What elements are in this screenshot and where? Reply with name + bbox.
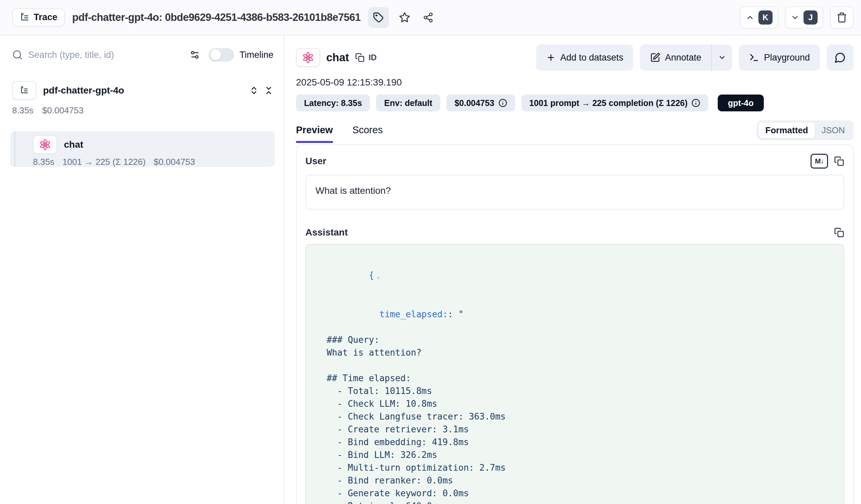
tag-icon — [373, 12, 384, 23]
openai-generation-icon — [296, 48, 320, 67]
user-section-title: User — [305, 156, 326, 166]
format-toggle: Formatted JSON — [757, 121, 853, 140]
shortcut-key-j: J — [804, 11, 818, 25]
tag-button[interactable] — [368, 7, 389, 28]
openai-generation-icon — [33, 135, 57, 154]
json-open-brace: { — [369, 270, 374, 280]
model-badge: gpt-4o — [718, 95, 764, 111]
trace-type-badge: Trace — [12, 8, 65, 27]
info-icon[interactable] — [498, 99, 507, 107]
share-icon — [423, 12, 434, 23]
observation-item-chat[interactable]: chat 8.35s 1001 → 225 (Σ 1226) $0.004753 — [10, 131, 275, 167]
markdown-toggle-icon[interactable]: M↓ — [810, 154, 828, 168]
search-input[interactable] — [28, 50, 184, 60]
annotate-dropdown-button[interactable] — [711, 44, 732, 71]
trace-name: pdf-chatter-gpt-4o — [43, 85, 124, 96]
json-key: time_elapsed: — [379, 309, 448, 319]
trash-icon — [836, 12, 847, 23]
latency-badge: Latency: 8.35s — [296, 95, 370, 111]
playground-button[interactable]: Playground — [739, 44, 820, 71]
next-trace-button[interactable]: J — [785, 6, 823, 29]
chevron-down-icon — [791, 13, 800, 22]
annotate-pen-icon — [650, 53, 660, 63]
search-icon — [12, 50, 23, 60]
assistant-section-title: Assistant — [305, 227, 348, 238]
share-button[interactable] — [418, 7, 439, 28]
assistant-text-content: ### Query:What is attention?## Time elap… — [316, 333, 833, 504]
collapse-json-icon[interactable]: ⌄ — [376, 272, 380, 280]
expand-all-button[interactable] — [249, 86, 259, 95]
format-option-formatted[interactable]: Formatted — [759, 122, 815, 138]
app-header: Trace pdf-chatter-gpt-4o: 0bde9629-4251-… — [0, 0, 861, 35]
copy-icon — [834, 228, 844, 237]
environment-badge: Env: default — [376, 95, 440, 111]
observation-name: chat — [64, 139, 83, 150]
terminal-icon — [749, 53, 759, 63]
prev-trace-button[interactable]: K — [740, 6, 778, 29]
chat-bubble-icon — [834, 52, 846, 63]
page-title: pdf-chatter-gpt-4o: 0bde9629-4251-4386-b… — [72, 11, 361, 24]
assistant-json-viewer: {⌄ time_elapsed:: " ### Query:What is at… — [305, 244, 844, 504]
timeline-toggle[interactable] — [208, 48, 234, 62]
copy-assistant-button[interactable] — [834, 228, 844, 237]
user-message: What is attention? — [305, 175, 844, 209]
format-option-json[interactable]: JSON — [815, 122, 851, 138]
delete-trace-button[interactable] — [830, 6, 853, 29]
view-settings-icon[interactable] — [190, 50, 200, 60]
trace-tree-icon — [19, 12, 30, 23]
trace-badge-label: Trace — [33, 12, 57, 23]
timeline-toggle-label: Timeline — [240, 50, 273, 60]
observation-detail-panel: chat ID Add to datasets — [284, 35, 861, 504]
shortcut-key-k: K — [758, 11, 773, 25]
trace-node-badge — [12, 81, 36, 100]
star-icon — [399, 12, 410, 23]
trace-cost: $0.004753 — [42, 105, 84, 116]
id-label: ID — [369, 53, 377, 62]
trace-tree-root[interactable]: pdf-chatter-gpt-4o — [0, 81, 284, 100]
trace-tree-sidebar: Timeline pdf-chatter-gpt-4o 8.35s — [0, 35, 284, 504]
copy-icon — [355, 53, 365, 62]
tree-indent-guide — [14, 131, 15, 167]
bookmark-star-button[interactable] — [394, 7, 415, 28]
observation-cost: $0.004753 — [154, 157, 195, 167]
cost-badge: $0.004753 — [446, 95, 515, 111]
preview-content-card: User M↓ What is attention? Assistant — [296, 144, 853, 504]
copy-user-button[interactable] — [834, 156, 844, 166]
info-icon[interactable] — [692, 99, 700, 107]
chevron-up-icon — [746, 13, 754, 22]
trace-latency: 8.35s — [12, 105, 33, 116]
observation-tokens: 1001 → 225 (Σ 1226) — [63, 157, 146, 167]
chevron-down-icon — [718, 54, 726, 62]
add-to-datasets-button[interactable]: Add to datasets — [536, 44, 634, 71]
copy-icon — [834, 156, 844, 166]
observation-title: chat — [326, 51, 349, 64]
copy-id-button[interactable] — [355, 53, 365, 62]
token-usage-badge: 1001 prompt → 225 completion (Σ 1226) — [521, 95, 709, 111]
tab-preview[interactable]: Preview — [296, 124, 333, 143]
collapse-all-button[interactable] — [264, 86, 273, 95]
tab-scores[interactable]: Scores — [353, 124, 383, 143]
observation-latency: 8.35s — [33, 157, 54, 167]
comments-button[interactable] — [827, 44, 853, 71]
observation-timestamp: 2025-05-09 12:15:39.190 — [296, 77, 853, 88]
plus-icon — [546, 53, 556, 62]
annotate-button[interactable]: Annotate — [640, 44, 711, 71]
